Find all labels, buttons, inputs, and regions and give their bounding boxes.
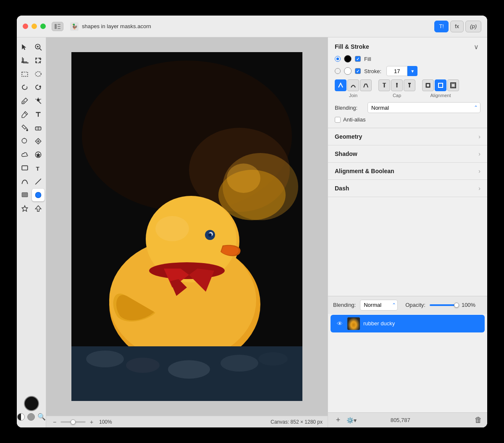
dash-panel-row[interactable]: Dash › [328,180,487,197]
layer-item-rubber-ducky[interactable]: 👁 rubber ducky [331,315,485,332]
layers-area: 👁 rubber ducky [328,314,487,413]
layer-visibility-toggle[interactable]: 👁 [336,319,344,328]
titlebar: 🦆 shapes in layer masks.acorn T! fx (p) [17,16,487,37]
align-outside-button[interactable] [447,79,459,91]
eyedropper-tool-button[interactable] [18,95,31,107]
add-layer-button[interactable]: + [333,415,343,425]
layer-settings-button[interactable]: ⚙️▾ [346,415,357,425]
svg-point-53 [126,358,160,373]
opacity-slider-wrapper: 100% [430,302,475,308]
transform-tool-button[interactable] [32,54,45,67]
svg-line-21 [40,99,41,100]
delete-layer-button[interactable]: 🗑 [475,416,482,425]
canvas-image[interactable] [71,52,302,401]
align-center-button[interactable] [435,79,446,91]
cap-square-button[interactable] [404,79,415,91]
arrow-up-tool-button[interactable] [32,202,45,215]
geometry-panel-row[interactable]: Geometry › [328,128,487,145]
svg-rect-10 [35,58,37,59]
fill-row: ✓ Fill [335,55,480,63]
zoom-out-button[interactable]: − [51,419,58,425]
fill-stroke-collapse-button[interactable]: ∨ [472,42,480,51]
zoom-level-label: 100% [99,419,112,425]
foreground-color-swatch[interactable] [24,396,39,411]
shadow-panel-row[interactable]: Shadow › [328,145,487,163]
rect-select-tool-button[interactable] [18,68,31,80]
svg-rect-8 [21,61,23,63]
fill-color-swatch[interactable] [344,55,352,63]
maximize-button[interactable] [40,24,46,29]
heal-tool-button[interactable] [32,135,45,148]
arrow-tool-button[interactable] [18,41,31,53]
sidebar-toggle-button[interactable] [52,22,63,31]
cap-round-button[interactable] [391,79,403,91]
svg-point-54 [168,360,210,379]
join-miter-button[interactable] [335,79,346,91]
bezier-tool-button[interactable] [18,175,31,188]
svg-point-22 [37,98,39,101]
stroke-radio-button[interactable] [335,68,341,74]
cap-butt-button[interactable] [378,79,390,91]
pen-tool-button[interactable] [18,108,31,121]
align-inside-button[interactable] [422,79,434,91]
magic-wand-tool-button[interactable] [32,95,45,107]
titlebar-tools: T! fx (p) [434,21,481,32]
canvas-wrapper[interactable] [46,37,328,416]
stroke-checkbox[interactable]: ✓ [355,68,361,74]
properties-tool-button[interactable]: T! [434,21,449,32]
line-tool-button[interactable] [32,175,45,188]
app-icon: 🦆 [70,22,79,31]
magnify-tool-button[interactable]: 🔍 [37,413,46,421]
svg-line-20 [35,99,36,100]
text-type-tool-button[interactable]: T [32,162,45,174]
circle-fill-tool-button[interactable] [32,189,45,201]
eraser-tool-button[interactable] [32,121,45,134]
fill-checkbox[interactable]: ✓ [355,56,361,62]
zoom-tool-button[interactable] [32,41,45,53]
svg-line-5 [39,48,42,50]
minimize-button[interactable] [32,24,37,29]
antialias-checkbox[interactable] [335,117,341,123]
background-color-swatch[interactable] [27,413,35,421]
bottom-blend-select[interactable]: Normal [360,300,398,311]
opacity-label: Opacity: [405,302,425,308]
svg-rect-2 [58,26,60,27]
type-tool-button[interactable]: (p) [465,21,481,32]
alignment-boolean-chevron: › [478,168,480,174]
lasso-tool-button[interactable] [18,81,31,94]
svg-rect-65 [426,84,430,87]
rect-fill-tool-button[interactable] [18,189,31,201]
stroke-value-input[interactable] [386,66,407,76]
magic-lasso-tool-button[interactable] [32,81,45,94]
zoom-in-button[interactable]: + [88,419,95,425]
traffic-lights [23,24,46,29]
svg-point-52 [86,351,124,367]
text-tool-button[interactable] [32,108,45,121]
join-bevel-button[interactable] [360,79,372,91]
svg-rect-13 [39,61,40,63]
alignment-buttons [422,79,459,91]
fill-radio-button[interactable] [335,56,341,62]
svg-rect-1 [58,24,60,25]
star-tool-button[interactable] [18,202,31,215]
ellipse-select-tool-button[interactable] [32,68,45,80]
swap-colors-button[interactable] [17,413,25,421]
rect-shape-tool-button[interactable] [18,162,31,174]
fx-tool-button[interactable]: fx [450,21,464,32]
close-button[interactable] [23,24,28,29]
window-title: shapes in layer masks.acorn [82,23,434,29]
paint-bucket-tool-button[interactable] [18,121,31,134]
alignment-boolean-panel-row[interactable]: Alignment & Boolean › [328,163,487,180]
join-round-button[interactable] [347,79,359,91]
adjustment-tool-button[interactable] [32,148,45,161]
fill-stroke-section: Fill & Stroke ∨ ✓ Fill ✓ [328,37,487,128]
crop-tool-button[interactable] [18,54,31,67]
zoom-slider[interactable] [60,421,86,423]
opacity-slider[interactable] [430,304,459,306]
blending-select[interactable]: Normal [368,102,480,113]
stroke-color-swatch[interactable] [344,67,352,75]
svg-point-24 [26,129,28,131]
cloud-tool-button[interactable] [18,148,31,161]
clone-tool-button[interactable] [18,135,31,148]
stroke-dropdown-button[interactable]: ▼ [407,66,417,76]
